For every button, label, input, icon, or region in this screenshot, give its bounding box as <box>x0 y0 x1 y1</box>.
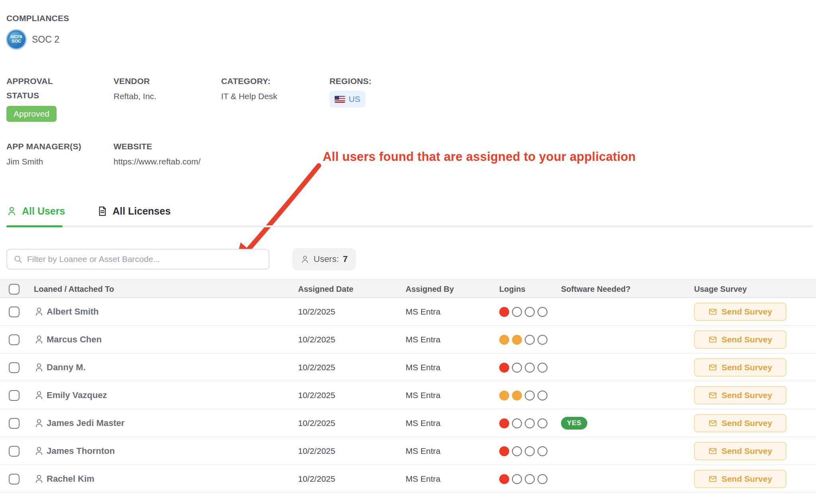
user-name: Marcus Chen <box>47 334 102 345</box>
row-checkbox[interactable] <box>9 362 20 373</box>
envelope-icon <box>708 447 717 455</box>
login-dot <box>499 363 509 373</box>
approval-status-label: APPROVAL STATUS <box>6 74 74 103</box>
login-dot <box>525 363 535 373</box>
send-survey-button[interactable]: Send Survey <box>694 414 787 432</box>
app-managers-section: APP MANAGER(S) Jim Smith <box>6 139 82 168</box>
column-usage-survey: Usage Survey <box>694 280 747 298</box>
login-dot <box>525 446 535 456</box>
login-dot <box>525 307 535 317</box>
table-header: Loaned / Attached ToAssigned DateAssigne… <box>0 279 816 298</box>
compliances-section: COMPLIANCES AICPA SOC SOC 2 <box>6 11 69 49</box>
login-dot <box>537 418 547 428</box>
vendor-label: VENDOR <box>114 74 156 88</box>
send-survey-button[interactable]: Send Survey <box>694 358 787 377</box>
envelope-icon <box>708 391 717 400</box>
login-dot <box>537 474 547 484</box>
row-checkbox[interactable] <box>9 390 20 401</box>
user-avatar-icon <box>34 362 44 373</box>
user-name-cell: Rachel Kim <box>34 465 94 493</box>
assigned-date: 10/2/2025 <box>298 465 335 493</box>
login-dot <box>512 363 522 373</box>
table-row: Marcus Chen10/2/2025MS EntraSend Survey <box>0 326 816 354</box>
users-table: Loaned / Attached ToAssigned DateAssigne… <box>0 279 816 493</box>
user-icon <box>6 206 17 217</box>
app-detail-page: COMPLIANCES AICPA SOC SOC 2 APPROVAL STA… <box>0 0 816 504</box>
tab-all-licenses[interactable]: All Licenses <box>97 205 171 217</box>
row-checkbox[interactable] <box>9 307 20 317</box>
users-count-label: Users: <box>314 254 339 264</box>
user-name: Rachel Kim <box>47 474 94 484</box>
regions-section: REGIONS: US <box>330 74 371 107</box>
login-dot <box>525 335 535 345</box>
user-name-cell: James Thornton <box>34 437 115 465</box>
column-loaned-attached-to: Loaned / Attached To <box>34 280 114 298</box>
tab-all-users[interactable]: All Users <box>6 205 65 217</box>
table-row: Rachel Kim10/2/2025MS EntraSend Survey <box>0 465 816 493</box>
user-name: Danny M. <box>47 362 86 373</box>
assigned-by: MS Entra <box>406 298 441 326</box>
login-dot <box>537 446 547 456</box>
send-survey-label: Send Survey <box>722 418 772 428</box>
row-checkbox[interactable] <box>9 446 20 457</box>
user-avatar-icon <box>34 334 44 345</box>
send-survey-label: Send Survey <box>722 446 772 456</box>
user-avatar-icon <box>34 307 44 317</box>
login-dot <box>512 307 522 317</box>
users-icon <box>300 255 310 264</box>
software-needed-badge: YES <box>561 417 587 430</box>
envelope-icon <box>708 307 717 316</box>
login-dots <box>499 418 547 428</box>
compliance-soc2-label: SOC 2 <box>32 34 59 45</box>
send-survey-button[interactable]: Send Survey <box>694 330 787 349</box>
approval-status-section: APPROVAL STATUS Approved <box>6 74 74 122</box>
assigned-date: 10/2/2025 <box>298 326 335 354</box>
users-count-value: 7 <box>343 254 348 264</box>
user-name-cell: Danny M. <box>34 354 86 381</box>
login-dot <box>499 474 509 484</box>
regions-label: REGIONS: <box>330 74 371 88</box>
row-checkbox[interactable] <box>9 334 20 345</box>
table-row: Danny M.10/2/2025MS EntraSend Survey <box>0 354 816 381</box>
assigned-by: MS Entra <box>406 326 441 354</box>
table-row: James Jedi Master10/2/2025MS EntraYESSen… <box>0 409 816 437</box>
region-us-label: US <box>349 94 360 104</box>
login-dot <box>512 474 522 484</box>
login-dot <box>512 446 522 456</box>
login-dots <box>499 307 547 317</box>
send-survey-button[interactable]: Send Survey <box>694 303 787 321</box>
annotation-text: All users found that are assigned to you… <box>323 150 636 164</box>
login-dot <box>537 335 547 345</box>
login-dots <box>499 363 547 373</box>
send-survey-button[interactable]: Send Survey <box>694 442 787 460</box>
login-dot <box>499 391 509 400</box>
category-label: CATEGORY: <box>221 74 277 88</box>
send-survey-label: Send Survey <box>722 335 772 344</box>
login-dot <box>537 363 547 373</box>
search-icon <box>14 255 22 264</box>
user-avatar-icon <box>34 418 44 428</box>
column-software-needed: Software Needed? <box>561 280 630 298</box>
login-dot <box>499 335 509 345</box>
user-name: James Jedi Master <box>47 418 125 428</box>
login-dot <box>512 335 522 345</box>
approved-status-badge: Approved <box>6 106 57 122</box>
login-dot <box>512 418 522 428</box>
row-checkbox[interactable] <box>9 474 20 484</box>
category-value: IT & Help Desk <box>221 90 277 102</box>
user-avatar-icon <box>34 390 44 400</box>
send-survey-label: Send Survey <box>722 391 772 400</box>
send-survey-button[interactable]: Send Survey <box>694 386 787 404</box>
login-dot <box>499 307 509 317</box>
users-count-badge[interactable]: Users: 7 <box>293 248 355 270</box>
login-dot <box>499 446 509 456</box>
send-survey-button[interactable]: Send Survey <box>694 470 787 488</box>
vendor-value: Reftab, Inc. <box>114 90 156 102</box>
vendor-section: VENDOR Reftab, Inc. <box>114 74 156 102</box>
filter-input[interactable] <box>27 254 262 264</box>
compliances-label: COMPLIANCES <box>6 11 69 25</box>
row-checkbox[interactable] <box>9 418 20 429</box>
login-dots <box>499 474 547 484</box>
select-all-checkbox[interactable] <box>9 284 20 295</box>
assigned-by: MS Entra <box>406 465 441 493</box>
